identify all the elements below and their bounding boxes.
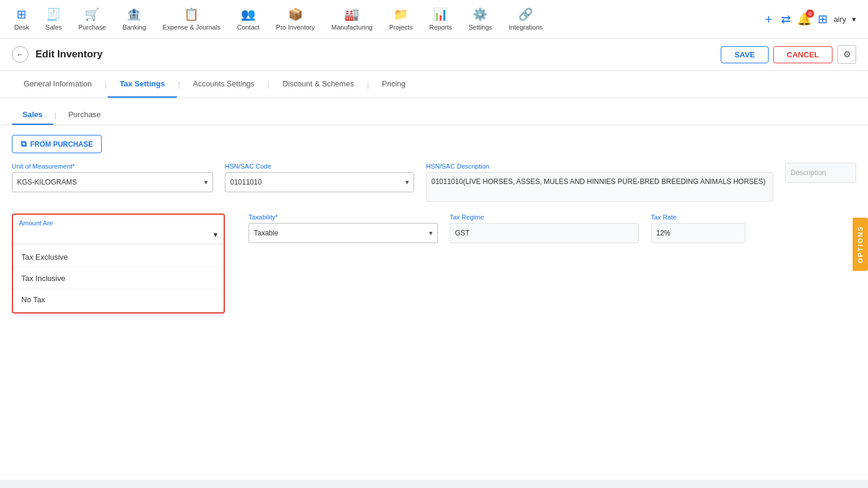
expense-icon: 📋 [184, 7, 199, 21]
nav-item-projects[interactable]: 📁 Projects [381, 2, 421, 35]
tax-rate-value: 12% [651, 223, 746, 243]
taxability-select[interactable]: Taxable [254, 229, 433, 237]
contact-icon: 👥 [241, 7, 256, 21]
back-button[interactable]: ← [12, 46, 28, 63]
nav-item-purchase[interactable]: 🛒 Purchase [70, 2, 114, 35]
notification-badge: 0 [806, 9, 814, 18]
amount-are-select-row: ▾ [13, 228, 224, 244]
taxability-label: Taxability* [249, 214, 438, 221]
hsn-code-select[interactable]: 01011010 [230, 178, 409, 186]
projects-icon: 📁 [393, 7, 408, 21]
amount-are-dropdown[interactable]: Amount Are ▾ Tax Exclusive Tax Inclusive… [12, 214, 225, 314]
user-name[interactable]: airy [834, 15, 846, 24]
tab-sep-2: | [177, 71, 181, 98]
sub-tabs: Sales | Purchase [0, 98, 868, 125]
sub-tab-sep: | [53, 111, 57, 119]
amount-are-label: Amount Are [13, 215, 224, 228]
sub-tab-sales[interactable]: Sales [12, 105, 53, 125]
reports-icon: 📊 [433, 7, 448, 21]
tax-regime-field: Tax Regime GST [450, 214, 639, 243]
notification-button[interactable]: 🔔 0 [797, 12, 812, 26]
nav-item-expense[interactable]: 📋 Expense & Journals [154, 2, 229, 35]
pro-inventory-icon: 📦 [288, 7, 303, 21]
tax-rate-field: Tax Rate 12% [651, 214, 746, 243]
uom-select-wrapper[interactable]: KGS-KILOGRAMS ▾ [12, 172, 213, 192]
save-button[interactable]: SAVE [721, 46, 768, 63]
amount-are-chevron-icon: ▾ [214, 230, 218, 239]
nav-item-contact[interactable]: 👥 Contact [229, 2, 268, 35]
tab-discount-schemes[interactable]: Discount & Schemes [270, 71, 366, 98]
description-field: Description [785, 163, 856, 183]
tab-sep-4: | [366, 71, 370, 98]
page-title: Edit Inventory [36, 49, 102, 60]
main-tabs: General Information | Tax Settings | Acc… [0, 71, 868, 98]
tab-sep-3: | [266, 71, 270, 98]
settings-icon: ⚙️ [473, 7, 488, 21]
page-header-left: ← Edit Inventory [12, 46, 102, 63]
hsn-code-label: HSN/SAC Code [225, 163, 414, 170]
nav-item-pro-inventory[interactable]: 📦 Pro Inventory [268, 2, 323, 35]
form-row-2: Amount Are ▾ Tax Exclusive Tax Inclusive… [12, 214, 856, 314]
form-section: Unit of Measurement* KGS-KILOGRAMS ▾ HSN… [0, 163, 868, 337]
page-header: ← Edit Inventory SAVE CANCEL ⚙ [0, 38, 868, 71]
from-purchase-button[interactable]: ⧉ FROM PURCHASE [12, 135, 102, 153]
option-no-tax[interactable]: No Tax [13, 289, 224, 310]
gear-button[interactable]: ⚙ [837, 45, 856, 64]
option-tax-inclusive[interactable]: Tax Inclusive [13, 267, 224, 289]
top-navigation: ⊞ Desk 🧾 Sales 🛒 Purchase 🏦 Banking 📋 Ex… [0, 0, 868, 38]
hsn-code-wrapper[interactable]: 01011010 ▾ [225, 172, 414, 192]
transfer-button[interactable]: ⇄ [781, 12, 791, 26]
tab-accounts-settings[interactable]: Accounts Settings [181, 71, 266, 98]
taxability-wrapper[interactable]: Taxable ▾ [249, 223, 438, 243]
description-placeholder: Description [785, 163, 856, 183]
tab-pricing[interactable]: Pricing [370, 71, 418, 98]
nav-item-desk[interactable]: ⊞ Desk [6, 2, 37, 35]
tab-sep-1: | [104, 71, 108, 98]
nav-right-actions: ＋ ⇄ 🔔 0 ⊞ airy ▾ [762, 10, 862, 28]
tax-rate-label: Tax Rate [651, 214, 746, 221]
hsn-desc-field: HSN/SAC Description 01011010(LIVE HORSES… [426, 163, 773, 202]
gear-icon: ⚙ [843, 49, 851, 60]
nav-item-banking[interactable]: 🏦 Banking [114, 2, 154, 35]
desk-icon: ⊞ [17, 7, 27, 21]
uom-field: Unit of Measurement* KGS-KILOGRAMS ▾ [12, 163, 213, 192]
tab-tax-settings[interactable]: Tax Settings [108, 71, 176, 98]
nav-item-integrations[interactable]: 🔗 Integrations [501, 2, 551, 35]
grid-button[interactable]: ⊞ [818, 12, 828, 26]
tax-regime-label: Tax Regime [450, 214, 639, 221]
sub-tab-purchase[interactable]: Purchase [57, 105, 111, 125]
form-row-1: Unit of Measurement* KGS-KILOGRAMS ▾ HSN… [12, 163, 856, 202]
taxability-field: Taxability* Taxable ▾ [249, 214, 438, 243]
manufacturing-icon: 🏭 [344, 7, 359, 21]
nav-item-sales[interactable]: 🧾 Sales [37, 2, 70, 35]
copy-icon: ⧉ [21, 139, 27, 149]
content-area: Sales | Purchase ⧉ FROM PURCHASE Unit of… [0, 98, 868, 480]
nav-item-reports[interactable]: 📊 Reports [421, 2, 461, 35]
amount-are-options: Tax Exclusive Tax Inclusive No Tax [13, 244, 224, 312]
uom-label: Unit of Measurement* [12, 163, 213, 170]
option-tax-exclusive[interactable]: Tax Exclusive [13, 247, 224, 267]
nav-item-settings[interactable]: ⚙️ Settings [460, 2, 501, 35]
add-button[interactable]: ＋ [762, 10, 775, 28]
uom-select[interactable]: KGS-KILOGRAMS [17, 178, 208, 186]
banking-icon: 🏦 [127, 7, 141, 21]
tab-general[interactable]: General Information [12, 71, 104, 98]
options-sidebar[interactable]: OPTIONS [853, 218, 868, 271]
cancel-button[interactable]: CANCEL [773, 46, 832, 63]
purchase-icon: 🛒 [85, 7, 99, 21]
sales-icon: 🧾 [46, 7, 61, 21]
page-header-right: SAVE CANCEL ⚙ [721, 45, 856, 64]
integrations-icon: 🔗 [518, 7, 533, 21]
user-dropdown-icon[interactable]: ▾ [852, 15, 856, 24]
hsn-desc-label: HSN/SAC Description [426, 163, 773, 170]
tax-regime-value: GST [450, 223, 639, 243]
hsn-code-field: HSN/SAC Code 01011010 ▾ [225, 163, 414, 192]
hsn-desc-value: 01011010(LIVE HORSES, ASSES, MULES AND H… [426, 172, 773, 202]
nav-item-manufacturing[interactable]: 🏭 Manufacturing [323, 2, 381, 35]
